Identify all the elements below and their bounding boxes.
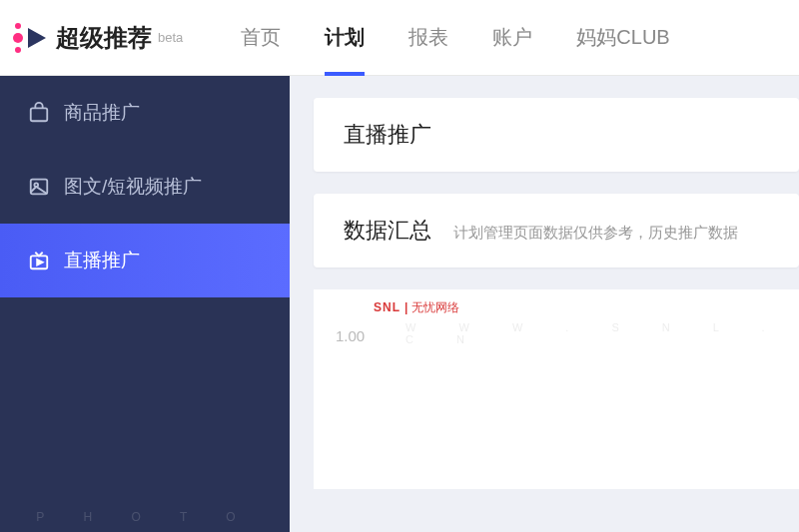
svg-marker-3 <box>28 28 46 48</box>
sidebar-item-live[interactable]: 直播推广 <box>0 224 290 297</box>
sidebar-item-label: 直播推广 <box>64 248 140 273</box>
sidebar-item-image[interactable]: 图文/短视频推广 <box>0 150 290 224</box>
nav-home[interactable]: 首页 <box>241 0 281 76</box>
logo-icon <box>8 16 52 60</box>
image-icon <box>28 176 50 198</box>
url-watermark: W W W . S N L . C N <box>405 321 799 345</box>
bag-icon <box>28 102 50 124</box>
sidebar-watermark: P H O T O <box>0 510 290 524</box>
top-nav: 首页 计划 报表 账户 妈妈CLUB <box>241 0 669 76</box>
brand[interactable]: 超级推荐 beta <box>0 16 201 60</box>
sidebar-item-label: 商品推广 <box>64 100 140 126</box>
chart-area: SNL|无忧网络 W W W . S N L . C N 1.00 <box>314 289 799 489</box>
y-axis-label: 1.00 <box>336 327 365 344</box>
nav-account[interactable]: 账户 <box>492 0 532 76</box>
main-panel: 直播推广 数据汇总 计划管理页面数据仅供参考，历史推广数据 SNL|无忧网络 W… <box>290 76 799 532</box>
nav-mamaclub[interactable]: 妈妈CLUB <box>576 0 669 76</box>
svg-rect-4 <box>31 108 48 121</box>
nav-plan[interactable]: 计划 <box>325 0 365 76</box>
brand-name: 超级推荐 <box>56 22 152 54</box>
sidebar: 商品推广 图文/短视频推广 直播推广 P H O T O <box>0 76 290 532</box>
card-livepromo: 直播推广 <box>314 98 799 172</box>
sidebar-item-product[interactable]: 商品推广 <box>0 76 290 150</box>
svg-point-2 <box>15 47 21 53</box>
beta-badge: beta <box>158 30 183 45</box>
nav-report[interactable]: 报表 <box>408 0 448 76</box>
snl-brand: SNL|无忧网络 <box>374 299 459 316</box>
summary-hint: 计划管理页面数据仅供参考，历史推广数据 <box>453 224 738 243</box>
svg-marker-8 <box>37 260 43 266</box>
svg-point-1 <box>15 23 21 29</box>
live-icon <box>28 250 50 271</box>
card-title: 直播推广 <box>344 120 769 150</box>
sidebar-item-label: 图文/短视频推广 <box>64 174 202 200</box>
svg-point-0 <box>13 33 23 43</box>
card-summary: 数据汇总 计划管理页面数据仅供参考，历史推广数据 <box>314 194 799 267</box>
card-title: 数据汇总 <box>344 216 431 246</box>
